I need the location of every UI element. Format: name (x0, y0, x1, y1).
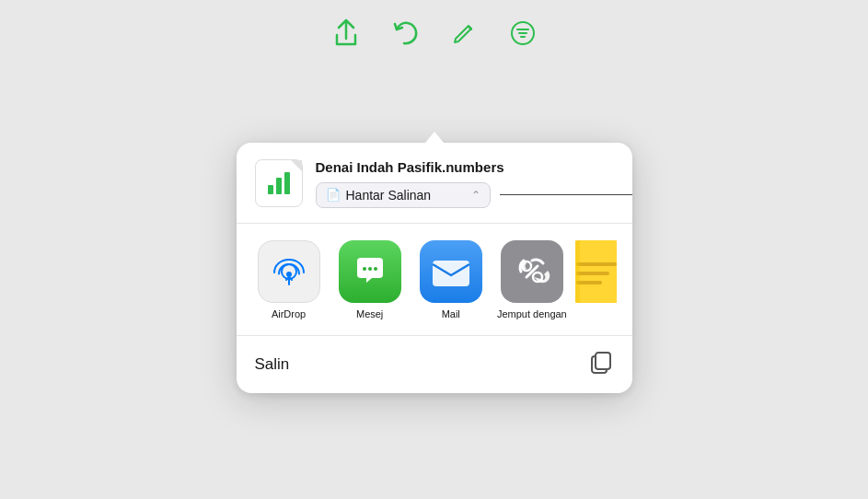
undo-icon[interactable] (388, 17, 422, 50)
app-item-airdrop[interactable]: AirDrop (251, 240, 327, 320)
send-mode-wrapper: 📄 Hantar Salinan ⌃ Pilih Hantar Salinan. (316, 182, 504, 208)
app-item-messages[interactable]: Mesej (332, 240, 408, 320)
popover-panel: Denai Indah Pasifik.numbers 📄 Hantar Sal… (237, 143, 632, 393)
apps-section: AirDrop Mesej (237, 224, 632, 336)
send-mode-doc-icon: 📄 (326, 188, 341, 202)
copy-label: Salin (255, 355, 290, 374)
app-item-notes[interactable] (575, 240, 618, 308)
app-item-invite[interactable]: Jemput dengan (494, 240, 570, 320)
messages-label: Mesej (356, 308, 383, 320)
airdrop-icon (258, 240, 320, 303)
annotation: Pilih Hantar Salinan. (500, 188, 632, 203)
copy-icon (588, 349, 614, 380)
notes-icon (575, 240, 618, 303)
svg-point-11 (368, 267, 372, 271)
svg-rect-18 (576, 272, 609, 275)
svg-rect-19 (576, 281, 602, 284)
svg-rect-4 (268, 185, 273, 194)
send-mode-label: Hantar Salinan (346, 188, 466, 203)
svg-rect-22 (596, 353, 610, 369)
send-mode-selector[interactable]: 📄 Hantar Salinan ⌃ (316, 182, 491, 208)
svg-point-12 (374, 267, 377, 271)
toolbar (330, 17, 539, 50)
chevron-icon: ⌃ (471, 189, 480, 202)
mail-label: Mail (442, 308, 460, 320)
annotation-line (500, 194, 632, 195)
svg-point-10 (363, 267, 366, 271)
mail-icon (420, 240, 482, 303)
popover-header: Denai Indah Pasifik.numbers 📄 Hantar Sal… (237, 143, 632, 224)
file-icon-corner (291, 160, 302, 171)
invite-label: Jemput dengan (497, 308, 567, 320)
copy-action-row[interactable]: Salin (237, 336, 632, 393)
markup-icon[interactable] (447, 17, 480, 50)
file-icon (255, 159, 303, 207)
svg-rect-5 (276, 178, 282, 194)
messages-icon (339, 240, 401, 303)
svg-rect-17 (576, 262, 617, 266)
header-info: Denai Indah Pasifik.numbers 📄 Hantar Sal… (316, 159, 504, 208)
airdrop-label: AirDrop (272, 308, 306, 320)
popover-arrow (425, 132, 444, 143)
share-icon[interactable] (330, 17, 363, 50)
svg-rect-20 (575, 240, 580, 303)
filter-icon[interactable] (506, 17, 539, 50)
svg-rect-13 (433, 261, 469, 286)
app-item-mail[interactable]: Mail (413, 240, 489, 320)
share-popover: Denai Indah Pasifik.numbers 📄 Hantar Sal… (237, 143, 632, 393)
svg-rect-6 (284, 172, 290, 194)
file-title: Denai Indah Pasifik.numbers (316, 159, 504, 175)
invite-icon (501, 240, 563, 303)
